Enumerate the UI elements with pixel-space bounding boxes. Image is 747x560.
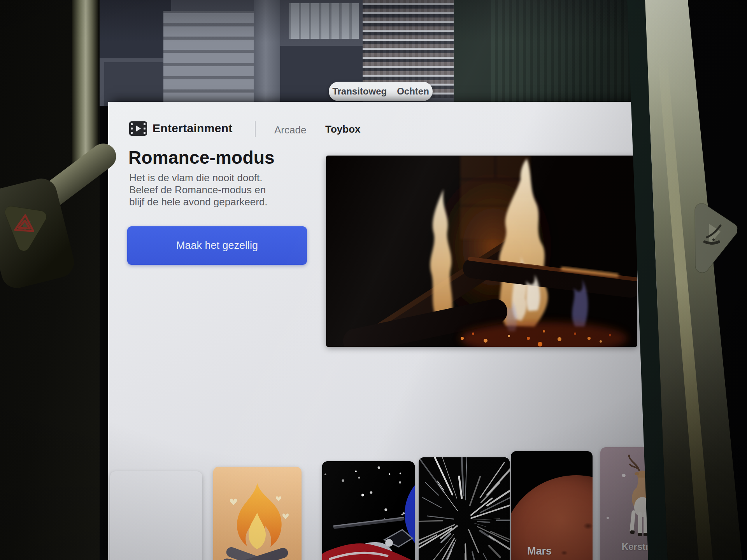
map-place-label: Transitoweg Ochten (329, 82, 433, 101)
map-industrial-yard (163, 11, 254, 106)
nav-map-satellite[interactable]: Transitoweg Ochten (97, 0, 658, 106)
tab-divider (255, 121, 256, 137)
map-town-label: Ochten (397, 86, 429, 97)
fireplace-video-preview[interactable] (326, 156, 637, 347)
toybox-item-mars[interactable]: Mars (511, 451, 593, 560)
tab-arcade[interactable]: Arcade (274, 124, 306, 136)
description-line: Beleef de Romance-modus en (129, 184, 266, 196)
film-play-icon (129, 121, 147, 136)
toybox-item-warp-lightspeed[interactable] (419, 457, 510, 560)
entertainment-panel: Entertainment Arcade Toybox Romance-modu… (108, 102, 658, 560)
feature-heading: Romance-modus (128, 147, 275, 168)
glovebox-open-button[interactable] (686, 198, 740, 280)
map-fields (491, 0, 658, 106)
toybox-item-santa-mode[interactable]: Kerstman (600, 447, 658, 560)
description-line: Het is de vlam die nooit dooft. (129, 172, 263, 184)
romance-mode-activate-button[interactable]: Maak het gezellig (127, 226, 307, 265)
map-building (97, 0, 171, 58)
toybox-item-campfire[interactable] (213, 467, 302, 560)
toybox-item-starman-roadster[interactable] (322, 461, 415, 560)
description-line: blijf de hele avond geparkeerd. (129, 196, 268, 208)
hazard-warning-triangle-icon (2, 202, 48, 253)
warp-illustration (419, 457, 510, 560)
toybox-item-label: Mars (527, 545, 552, 557)
map-road-label: Transitoweg (332, 86, 387, 97)
map-building (289, 3, 359, 39)
tab-toybox[interactable]: Toybox (325, 123, 361, 135)
fireplace-illustration (326, 156, 637, 347)
campfire-illustration (213, 467, 302, 560)
map-building (104, 62, 163, 106)
starman-illustration (322, 461, 415, 560)
map-road (254, 0, 280, 106)
toybox-item-label: Kerstman (600, 541, 658, 552)
toybox-item-romance-rose[interactable] (110, 471, 202, 560)
glovebox-open-icon (686, 198, 740, 280)
feature-description: Het is de vlam die nooit dooft. Beleef d… (129, 172, 268, 208)
hazard-lights-button[interactable] (2, 202, 48, 254)
app-title: Entertainment (153, 122, 233, 135)
map-field (454, 0, 491, 106)
